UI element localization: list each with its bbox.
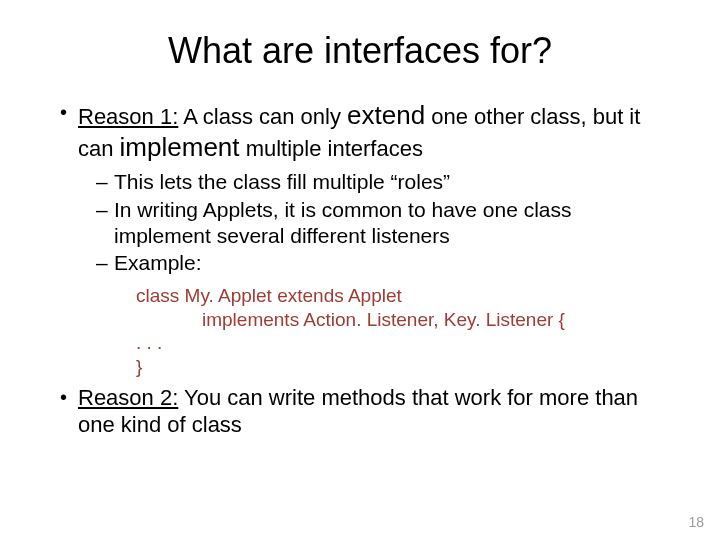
sub-bullet-example: Example: [96,250,670,276]
code-line-1: class My. Applet extends Applet [136,284,670,308]
bullet-reason-2: Reason 2: You can write methods that wor… [60,385,670,439]
code-block: class My. Applet extends Applet implemen… [136,284,670,379]
code-line-3: . . . [136,331,670,355]
sub-bullet-roles: This lets the class fill multiple “roles… [96,169,670,195]
reason1-extend: extend [347,100,425,130]
bullet-reason-1: Reason 1: A class can only extend one ot… [60,100,670,379]
reason1-part3: multiple interfaces [240,136,423,161]
sub-bullet-applets: In writing Applets, it is common to have… [96,197,670,248]
code-line-2: implements Action. Listener, Key. Listen… [136,308,670,332]
page-number: 18 [688,514,704,530]
reason1-implement: implement [120,132,240,162]
slide-title: What are interfaces for? [50,30,670,72]
reason1-label: Reason 1: [78,104,178,129]
code-line-4: } [136,355,670,379]
reason2-label: Reason 2: [78,385,178,410]
reason1-part1: A class can only [178,104,347,129]
